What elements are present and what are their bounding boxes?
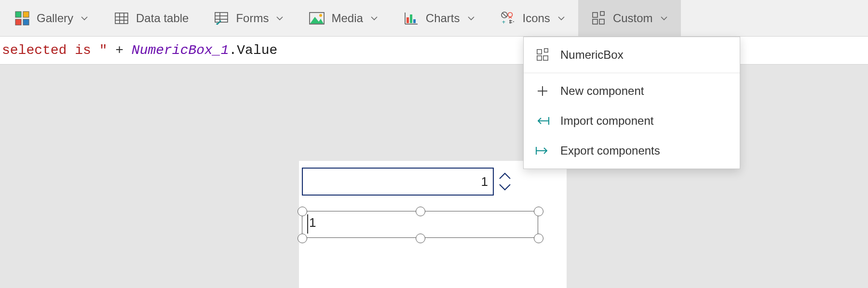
svg-rect-28 — [537, 50, 542, 54]
custom-dropdown: NumericBox New component Import componen… — [523, 37, 740, 169]
chevron-up-icon — [498, 171, 512, 181]
svg-rect-3 — [23, 19, 29, 25]
ribbon-custom[interactable]: Custom — [578, 0, 681, 36]
ribbon-custom-label: Custom — [613, 12, 653, 25]
formula-string-literal: selected is " — [2, 43, 107, 58]
gallery-icon — [14, 11, 30, 26]
formula-property: .Value — [229, 43, 278, 58]
icons-icon: + — [501, 11, 516, 26]
svg-rect-27 — [600, 12, 604, 15]
svg-rect-0 — [15, 12, 21, 17]
chevron-down-icon — [557, 14, 566, 23]
menu-item-label: Import component — [560, 114, 653, 128]
svg-rect-19 — [410, 14, 412, 23]
selected-label-control[interactable]: 1 — [302, 211, 538, 238]
resize-handle[interactable] — [534, 234, 543, 243]
menu-item-new-component[interactable]: New component — [524, 76, 740, 106]
media-icon — [309, 11, 325, 26]
formula-identifier: NumericBox_1 — [132, 43, 229, 58]
svg-rect-24 — [593, 13, 597, 17]
chevron-down-icon — [467, 14, 475, 23]
svg-rect-20 — [413, 19, 416, 23]
chevron-down-icon — [80, 14, 89, 23]
resize-handle[interactable] — [298, 207, 307, 216]
chevron-down-icon — [498, 183, 512, 192]
plus-icon — [535, 84, 550, 98]
ribbon-media-label: Media — [331, 12, 363, 25]
numeric-stepper[interactable] — [496, 168, 514, 196]
resize-handle[interactable] — [416, 207, 425, 216]
svg-rect-26 — [599, 19, 604, 24]
svg-rect-1 — [23, 12, 29, 17]
ribbon-forms[interactable]: Forms — [201, 0, 297, 36]
svg-rect-30 — [543, 56, 548, 60]
chevron-down-icon — [370, 14, 379, 23]
ribbon-forms-label: Forms — [236, 12, 269, 25]
svg-rect-31 — [544, 49, 548, 52]
svg-rect-29 — [537, 56, 542, 60]
menu-item-label: NumericBox — [560, 48, 624, 62]
svg-text:+: + — [502, 19, 505, 26]
ribbon-charts[interactable]: Charts — [391, 0, 488, 36]
svg-point-15 — [319, 14, 322, 17]
numeric-input-value: 1 — [481, 174, 488, 189]
chevron-down-icon — [660, 14, 668, 23]
menu-item-import-component[interactable]: Import component — [524, 106, 740, 136]
ribbon-datatable-label: Data table — [136, 12, 189, 25]
menu-item-export-components[interactable]: Export components — [524, 136, 740, 166]
svg-line-22 — [502, 13, 506, 17]
component-surface: 1 1 — [299, 161, 567, 288]
svg-rect-9 — [215, 13, 228, 22]
svg-marker-14 — [310, 17, 324, 24]
selected-label-text: 1 — [309, 215, 316, 230]
resize-handle[interactable] — [298, 234, 307, 243]
import-icon — [535, 114, 550, 128]
charts-icon — [404, 11, 419, 26]
resize-handle[interactable] — [534, 207, 543, 216]
svg-rect-18 — [407, 17, 409, 23]
insert-ribbon: Gallery Data table — [0, 0, 868, 37]
menu-item-label: New component — [560, 84, 644, 98]
ribbon-gallery-label: Gallery — [37, 12, 73, 25]
menu-item-numericbox[interactable]: NumericBox — [524, 40, 740, 70]
component-icon — [535, 48, 550, 62]
custom-component-icon — [591, 11, 606, 26]
numeric-input[interactable]: 1 — [302, 168, 494, 196]
ribbon-charts-label: Charts — [426, 12, 460, 25]
ribbon-media[interactable]: Media — [297, 0, 391, 36]
ribbon-icons-label: Icons — [523, 12, 550, 25]
resize-handle[interactable] — [416, 234, 425, 243]
svg-rect-4 — [115, 13, 128, 24]
svg-rect-25 — [593, 19, 597, 24]
svg-rect-2 — [15, 19, 21, 25]
chevron-down-icon — [275, 14, 284, 23]
forms-icon — [214, 11, 229, 26]
menu-item-label: Export components — [560, 144, 660, 157]
text-caret — [307, 214, 308, 234]
ribbon-datatable[interactable]: Data table — [101, 0, 201, 36]
formula-operator: + — [107, 43, 131, 58]
data-table-icon — [114, 11, 129, 26]
export-icon — [535, 144, 550, 158]
ribbon-gallery[interactable]: Gallery — [2, 0, 101, 36]
ribbon-icons[interactable]: + Icons — [488, 0, 578, 36]
